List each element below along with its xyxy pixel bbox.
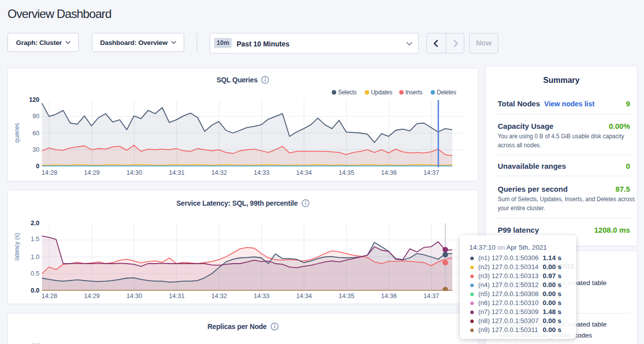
- svg-text:1.5: 1.5: [31, 236, 39, 243]
- svg-text:60: 60: [32, 130, 39, 137]
- svg-text:14:37: 14:37: [423, 169, 439, 176]
- svg-text:14:32: 14:32: [211, 293, 227, 300]
- svg-text:Deletes: Deletes: [437, 89, 456, 96]
- svg-text:14:36: 14:36: [381, 169, 396, 176]
- svg-text:14:28: 14:28: [41, 293, 57, 300]
- svg-text:14:30: 14:30: [126, 169, 142, 176]
- svg-text:Inserts: Inserts: [405, 89, 422, 96]
- svg-text:Updates: Updates: [371, 89, 392, 96]
- svg-text:14:37: 14:37: [423, 293, 439, 300]
- svg-text:14:28: 14:28: [41, 169, 57, 176]
- svg-text:14:34: 14:34: [296, 169, 312, 176]
- svg-text:2.0: 2.0: [31, 220, 39, 227]
- svg-text:latency (s): latency (s): [13, 233, 20, 260]
- svg-text:14:35: 14:35: [338, 169, 354, 176]
- svg-text:14:35: 14:35: [338, 293, 354, 300]
- svg-text:14:30: 14:30: [126, 293, 142, 300]
- svg-text:90: 90: [32, 113, 39, 120]
- svg-text:Selects: Selects: [338, 89, 357, 96]
- svg-text:14:36: 14:36: [381, 293, 396, 300]
- svg-text:14:33: 14:33: [254, 293, 269, 300]
- svg-text:14:31: 14:31: [169, 293, 184, 300]
- svg-text:1.0: 1.0: [31, 254, 39, 261]
- svg-text:120: 120: [29, 96, 39, 103]
- svg-text:14:29: 14:29: [84, 293, 99, 300]
- svg-text:0.0: 0.0: [31, 287, 39, 294]
- svg-text:14:33: 14:33: [254, 169, 269, 176]
- svg-text:14:34: 14:34: [296, 293, 312, 300]
- svg-text:14:32: 14:32: [211, 169, 227, 176]
- svg-text:0.5: 0.5: [31, 270, 39, 277]
- svg-text:14:29: 14:29: [84, 169, 99, 176]
- svg-text:30: 30: [32, 146, 39, 153]
- svg-text:0: 0: [36, 163, 39, 170]
- svg-text:14:31: 14:31: [169, 169, 184, 176]
- svg-text:queries: queries: [13, 123, 20, 142]
